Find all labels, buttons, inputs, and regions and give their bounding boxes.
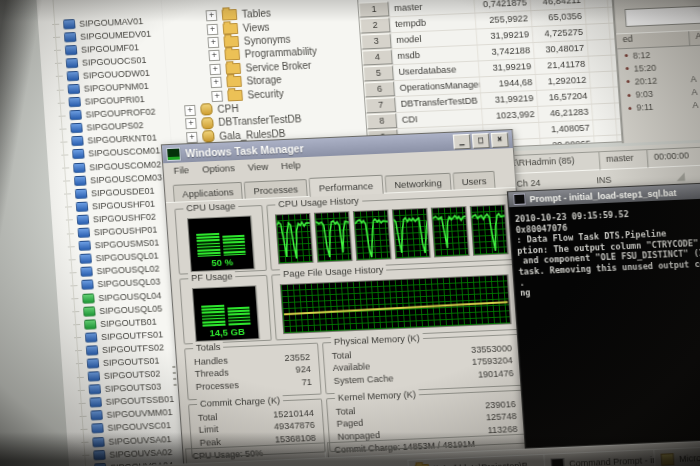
folder-icon (227, 89, 243, 101)
row-number-cell[interactable]: 4 (362, 49, 393, 65)
server-label: SIPGOUTFS02 (102, 342, 165, 355)
taskbar-item-folder[interactable]: \\cl-afddata\Projecten\B... (407, 454, 550, 466)
cpu-usage-gauge: 50 % (187, 215, 255, 272)
server-icon (72, 149, 85, 159)
menu-item-options[interactable]: Options (202, 162, 236, 178)
flag-value: A (690, 74, 697, 84)
server-icon (74, 175, 87, 185)
row-number-cell[interactable]: 1 (358, 1, 389, 17)
commit-group: Commit Charge (K)Total15210144Limit49347… (188, 398, 326, 458)
menu-item-file[interactable]: File (173, 164, 189, 180)
value-cell: 16,57204 (537, 89, 592, 106)
empty-cell (585, 8, 609, 24)
row-number-cell[interactable]: 8 (366, 113, 397, 129)
maximize-icon[interactable]: □ (472, 133, 490, 149)
empty-cell (589, 56, 613, 72)
row-number-cell[interactable]: 6 (364, 81, 395, 97)
expand-plus-icon[interactable]: + (185, 118, 197, 129)
tab-processes[interactable]: Processes (244, 179, 308, 199)
resize-grip-icon[interactable]: ◢ (676, 170, 685, 183)
value-cell: 1944,68 (480, 75, 537, 92)
kernel-group: Kernel Memory (K)Total239016Paged125748N… (326, 390, 528, 453)
stat-label: Nonpaged (337, 429, 380, 443)
cpu-history-label: CPU Usage History (275, 196, 362, 210)
server-icon (73, 162, 86, 172)
value-cell: 30,48017 (534, 41, 589, 58)
column-header-right[interactable]: A (688, 31, 700, 46)
server-icon (65, 45, 78, 55)
tree-item-label: Security (247, 88, 284, 101)
expand-plus-icon[interactable]: + (186, 131, 198, 142)
expand-plus-icon[interactable]: + (207, 37, 219, 48)
pf-usage-gauge: 14,5 GB (192, 285, 260, 342)
server-label: SIPGOUTS02 (104, 369, 161, 381)
value-cell: 65,0356 (531, 9, 586, 26)
totals-group: TotalsHandles23552Threads924Processes71 (184, 343, 322, 401)
row-number-cell[interactable]: 3 (361, 33, 392, 49)
minimize-icon[interactable]: _ (453, 133, 471, 149)
status-time: 00:00:00 (646, 146, 700, 168)
empty-cell (587, 24, 611, 40)
value-cell: 4,725275 (533, 25, 588, 42)
cpu-history-graph (275, 213, 313, 264)
close-icon[interactable]: × (491, 132, 509, 148)
taskbar-item-label: Command Prompt - initial... (569, 454, 661, 466)
tab-performance[interactable]: Performance (308, 175, 384, 197)
row-number-cell[interactable]: 2 (360, 17, 391, 33)
server-icon (80, 267, 93, 277)
console-output: 2010-10-23 09:15:59.52 0x80047076 : Data… (509, 197, 700, 306)
value-cell: 31,99219 (477, 27, 534, 44)
value-cell: 1,408057 (539, 120, 594, 137)
server-icon (75, 188, 88, 198)
server-label: SIPGOUSHF01 (92, 199, 156, 212)
empty-cell (592, 104, 616, 120)
expand-plus-icon[interactable]: + (210, 77, 222, 88)
expand-plus-icon[interactable]: + (184, 105, 196, 116)
taskbar-item-label: Microsoft SQL Server ... (679, 449, 700, 463)
row-number-cell[interactable]: 5 (363, 65, 394, 81)
menu-item-view[interactable]: View (247, 161, 268, 177)
tab-users[interactable]: Users (452, 171, 496, 190)
tab-applications[interactable]: Applications (173, 182, 243, 202)
combobox-value (626, 10, 627, 26)
server-icon (77, 228, 90, 238)
server-label: SIPGOUVSC01 (107, 421, 171, 434)
time-value: 15:20 (633, 62, 674, 74)
server-icon (79, 254, 92, 264)
server-label: SIPGOUSQL01 (95, 251, 159, 264)
stat-label: System Cache (333, 372, 394, 387)
row-number-cell[interactable]: 7 (365, 97, 396, 113)
taskbar-item-cmd[interactable]: Command Prompt - initial... (543, 449, 660, 466)
stat-label: Limit (198, 423, 218, 436)
bullet-icon (625, 54, 628, 57)
time-value: 9:03 (635, 88, 676, 100)
folder-icon (222, 9, 238, 21)
expand-plus-icon[interactable]: + (208, 50, 220, 61)
menu-item-help[interactable]: Help (281, 159, 302, 175)
server-label: SIPGOUSQL03 (97, 277, 161, 290)
stat-value: 71 (301, 376, 312, 389)
server-icon (69, 110, 82, 120)
stat-label: Peak (199, 436, 221, 449)
server-icon (83, 306, 96, 316)
expand-plus-icon[interactable]: + (209, 63, 221, 74)
time-list: 8:1215:2020:12A9:03A9:11A (617, 44, 700, 115)
server-label: SIPGOUSHF02 (93, 212, 157, 225)
cpu-gauge-bars (190, 219, 250, 257)
filter-combobox[interactable]: ▾ (625, 5, 700, 27)
command-prompt-window: Prompt - initial_load-step1_sql.bat 2010… (507, 181, 700, 449)
taskbar-item-sql[interactable]: Microsoft SQL Server ... (653, 442, 700, 466)
tab-networking[interactable]: Networking (385, 173, 452, 193)
expand-plus-icon[interactable]: + (206, 10, 218, 21)
server-icon (82, 293, 95, 303)
stat-value: 924 (295, 363, 311, 376)
folder-icon (224, 49, 240, 61)
pagefile-history-group: Page File Usage History (271, 264, 519, 340)
status-position: Ch 24 (516, 178, 541, 189)
expand-plus-icon[interactable]: + (211, 90, 223, 101)
expand-plus-icon[interactable]: + (207, 23, 219, 34)
server-icon (76, 201, 89, 211)
value-cell: 1023,992 (482, 107, 539, 124)
folder-icon (223, 23, 239, 35)
server-icon (63, 19, 76, 29)
